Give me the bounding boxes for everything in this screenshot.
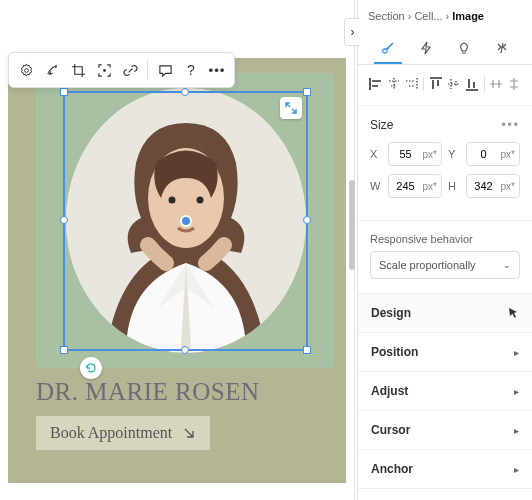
chevron-down-icon: ⌄ <box>503 260 511 270</box>
help-button[interactable]: ? <box>178 57 204 83</box>
responsive-label: Responsive behavior <box>370 233 520 245</box>
scrollbar[interactable] <box>348 180 356 420</box>
chevron-right-icon: ▸ <box>514 347 519 358</box>
breadcrumb-current: Image <box>452 10 484 22</box>
arrow-down-right-icon <box>182 426 196 440</box>
align-hcenter-icon <box>387 78 401 90</box>
cta-label: Book Appointment <box>50 424 172 442</box>
selection-bounds[interactable] <box>63 91 308 351</box>
resize-handle-tl[interactable] <box>60 88 68 96</box>
accordion-cursor[interactable]: Cursor ▸ <box>358 411 532 450</box>
breadcrumb-sep: › <box>408 10 412 22</box>
center-point[interactable] <box>180 215 192 227</box>
svg-point-4 <box>103 69 106 72</box>
tab-interactions[interactable] <box>412 34 440 64</box>
inspector-tabs <box>358 28 532 65</box>
expand-button[interactable] <box>280 97 302 119</box>
tab-code[interactable] <box>488 34 516 64</box>
y-input-wrap[interactable]: px* <box>466 142 520 166</box>
h-input-wrap[interactable]: px* <box>466 174 520 198</box>
align-top-button[interactable] <box>428 75 444 93</box>
expand-icon <box>285 102 297 114</box>
crop-button[interactable] <box>65 57 91 83</box>
tools-icon <box>495 41 509 55</box>
alignment-row <box>358 65 532 106</box>
comment-button[interactable] <box>152 57 178 83</box>
brush-icon <box>380 40 396 56</box>
w-input-wrap[interactable]: px* <box>388 174 442 198</box>
accordion-design[interactable]: Design <box>358 294 532 333</box>
align-separator <box>423 77 424 91</box>
gear-icon <box>19 63 34 78</box>
align-left-button[interactable] <box>368 75 384 93</box>
comment-icon <box>158 63 173 78</box>
responsive-section: Responsive behavior Scale proportionally… <box>358 221 532 294</box>
h-label: H <box>448 180 460 192</box>
accordion-adjust[interactable]: Adjust ▸ <box>358 372 532 411</box>
toolbar-separator <box>147 61 148 79</box>
breadcrumb-sep: › <box>446 10 450 22</box>
dist-h-button[interactable] <box>488 75 504 93</box>
responsive-dropdown[interactable]: Scale proportionally ⌄ <box>370 251 520 279</box>
cta-button[interactable]: Book Appointment <box>36 416 210 450</box>
h-unit: px* <box>501 181 519 192</box>
focal-button[interactable] <box>91 57 117 83</box>
align-top-icon <box>430 77 442 91</box>
collapse-panel-button[interactable]: › <box>344 18 360 46</box>
more-icon: ••• <box>209 63 226 78</box>
bulb-icon <box>457 41 471 55</box>
resize-handle-br[interactable] <box>303 346 311 354</box>
align-hcenter-button[interactable] <box>386 75 402 93</box>
inspector-panel: › Section › Cell... › Image Size ••• X p… <box>357 0 532 500</box>
resize-handle-ml[interactable] <box>60 216 68 224</box>
h-input[interactable] <box>467 180 501 192</box>
dist-v-button[interactable] <box>506 75 522 93</box>
element-toolbar: ? ••• <box>8 52 235 88</box>
size-more-button[interactable]: ••• <box>501 118 520 132</box>
y-input[interactable] <box>467 148 501 160</box>
tab-design[interactable] <box>374 34 402 64</box>
accordion-anchor-label: Anchor <box>371 462 413 476</box>
size-header: Size <box>370 118 393 132</box>
crop-icon <box>71 63 86 78</box>
x-input[interactable] <box>389 148 423 160</box>
responsive-value: Scale proportionally <box>379 259 476 271</box>
align-left-icon <box>369 78 383 90</box>
settings-button[interactable] <box>13 57 39 83</box>
breadcrumb-section[interactable]: Section <box>368 10 405 22</box>
link-button[interactable] <box>117 57 143 83</box>
align-bottom-button[interactable] <box>464 75 480 93</box>
cursor-pointer-icon <box>507 307 519 319</box>
dist-v-icon <box>508 77 520 91</box>
align-vcenter-button[interactable] <box>446 75 462 93</box>
accordion-cursor-label: Cursor <box>371 423 410 437</box>
rotate-handle[interactable] <box>80 357 102 379</box>
resize-handle-mr[interactable] <box>303 216 311 224</box>
bolt-icon <box>419 41 433 55</box>
resize-handle-tr[interactable] <box>303 88 311 96</box>
scrollbar-thumb[interactable] <box>349 180 355 270</box>
animate-button[interactable] <box>39 57 65 83</box>
x-input-wrap[interactable]: px* <box>388 142 442 166</box>
more-button[interactable]: ••• <box>204 57 230 83</box>
tab-effects[interactable] <box>450 34 478 64</box>
accordion-position-label: Position <box>371 345 418 359</box>
resize-handle-bl[interactable] <box>60 346 68 354</box>
breadcrumb-cell[interactable]: Cell... <box>414 10 442 22</box>
resize-handle-tm[interactable] <box>181 88 189 96</box>
align-separator <box>484 77 485 91</box>
chevron-right-icon: ▸ <box>514 425 519 436</box>
page-background: DR. MARIE ROSEN Book Appointment <box>8 58 346 483</box>
align-right-button[interactable] <box>404 75 420 93</box>
accordion-anchor[interactable]: Anchor ▸ <box>358 450 532 489</box>
align-vcenter-icon <box>448 77 460 91</box>
w-unit: px* <box>423 181 441 192</box>
breadcrumb: Section › Cell... › Image <box>358 0 532 28</box>
page-title: DR. MARIE ROSEN <box>36 378 260 406</box>
x-unit: px* <box>423 149 441 160</box>
w-input[interactable] <box>389 180 423 192</box>
accordion-position[interactable]: Position ▸ <box>358 333 532 372</box>
resize-handle-bm[interactable] <box>181 346 189 354</box>
chevron-right-icon: ▸ <box>514 464 519 475</box>
canvas-area: DR. MARIE ROSEN Book Appointment ? ••• <box>0 0 355 500</box>
